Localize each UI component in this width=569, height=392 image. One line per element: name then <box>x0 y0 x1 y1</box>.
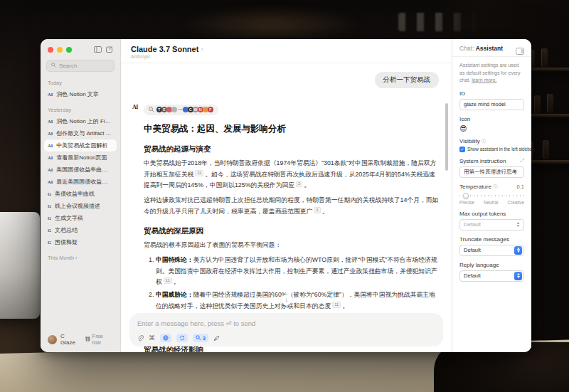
sidebar-section-label: Today <box>48 80 113 86</box>
truncate-select[interactable]: Default <box>459 245 524 256</box>
claude-icon: AI <box>48 92 53 97</box>
source-favicon[interactable]: ⋯ <box>178 107 183 112</box>
expand-icon[interactable]: ⤢ <box>520 158 524 164</box>
checkbox-checked-icon[interactable]: ✓ <box>459 147 465 152</box>
quill-icon[interactable] <box>213 335 220 341</box>
trial-badge[interactable]: 🎁Free trial <box>85 333 113 346</box>
sidebar-item[interactable]: G文档总结 <box>44 224 117 236</box>
gift-icon: 🎁 <box>85 337 91 342</box>
citation-badge[interactable]: 1 <box>314 207 320 213</box>
close-button[interactable] <box>48 47 53 53</box>
claude-icon: AI <box>48 119 53 124</box>
slider-thumb[interactable] <box>463 193 469 198</box>
sidebar-item-label: 文档总结 <box>55 226 78 234</box>
model-selector[interactable]: Claude 3.7 Sonnet › <box>131 45 442 53</box>
sidebar-item-label: 国债释疑 <box>55 238 78 246</box>
reply-language-select[interactable]: Default <box>459 270 524 282</box>
toggle-right-panel-icon[interactable] <box>516 45 524 58</box>
claude-icon: AI <box>48 155 53 160</box>
minimize-button[interactable] <box>57 47 63 53</box>
visibility-label: Visibilityⓘ <box>459 138 524 144</box>
reply-language-label: Reply language <box>459 262 524 268</box>
citation-badge[interactable]: 2 <box>296 181 302 187</box>
sidebar-section-this-month[interactable]: This Month › <box>48 255 113 261</box>
claude-icon: AI <box>48 131 53 136</box>
zoom-button[interactable] <box>66 47 72 53</box>
select-arrows-icon <box>514 272 522 280</box>
sidebar-item[interactable]: G线上会议视频描述 <box>44 200 117 212</box>
main-chat-area: Claude 3.7 Sonnet › Anthropic 分析一下贸易战 AI… <box>121 39 452 352</box>
citation-badge[interactable]: 11 <box>164 277 172 284</box>
scrollbar-thumb[interactable] <box>445 103 448 171</box>
assistant-emoji-icon[interactable]: 😎 <box>459 125 524 132</box>
info-icon: ⓘ <box>493 184 498 190</box>
sidebar-item-label: 生成文字稿 <box>55 214 83 222</box>
composer-placeholder: Enter a message here, press ⏎ to send <box>137 319 435 327</box>
sidebar-item[interactable]: AI润色 Notion 上的 Fia 文章 <box>44 115 117 127</box>
search-placeholder: Search <box>59 63 77 69</box>
max-tokens-stepper[interactable]: Default ▲▼ <box>459 219 524 231</box>
stepper-arrows-icon[interactable]: ▲▼ <box>516 222 520 227</box>
sidebar-item[interactable]: G国债释疑 <box>44 236 117 248</box>
select-arrows-icon <box>514 246 522 255</box>
source-favicon[interactable] <box>171 107 177 112</box>
attach-icon[interactable] <box>137 335 144 341</box>
learn-more-link[interactable]: learn more. <box>472 78 496 83</box>
espresso-machine <box>0 212 40 319</box>
user-message-bubble: 分析一下贸易战 <box>375 72 440 88</box>
web-sources-chip[interactable]: TE⋯CWUF <box>144 105 218 115</box>
claude-icon: AI <box>48 179 53 184</box>
model-provider: Anthropic <box>131 54 442 59</box>
message-title: 中美贸易战：起因、发展与影响分析 <box>144 123 440 135</box>
bottle <box>543 140 549 159</box>
list-item: 中国特殊论：美方认为中国违背了以开放和市场为核心的WTO原则，批评“中国模式”不… <box>156 255 440 288</box>
gemini-icon: G <box>48 216 51 221</box>
avatar[interactable] <box>48 335 57 344</box>
sidebar-item-label: 中美贸易战全面解析 <box>56 142 107 149</box>
slider-ticks <box>459 195 524 196</box>
extended-thinking-toggle[interactable] <box>176 334 188 342</box>
source-favicon[interactable]: F <box>208 107 213 112</box>
sidebar-item[interactable]: AI创作散文与 Artifact 展示 <box>44 127 117 139</box>
temperature-value: 0.1 <box>517 184 524 190</box>
claude-icon: AI <box>48 167 53 172</box>
search-icon <box>51 63 56 69</box>
new-chat-icon[interactable] <box>106 46 113 53</box>
citation-badge[interactable]: 11 <box>332 302 341 308</box>
sidebar-item[interactable]: G生成文字稿 <box>44 212 117 224</box>
sidebar-item[interactable]: G美债收益率曲线 <box>44 188 117 200</box>
chevron-down-icon: › <box>201 46 203 53</box>
sidebar-item[interactable]: AI中美贸易战全面解析 <box>44 139 117 152</box>
temperature-label-row: Temperatureⓘ 0.1 <box>459 184 524 190</box>
bar-light-glow <box>178 7 363 43</box>
gemini-icon: G <box>48 240 51 245</box>
temperature-scale-labels: Precise Neutral Creative <box>459 200 524 205</box>
id-input[interactable]: glaze mind model <box>459 99 524 110</box>
gemini-icon: G <box>48 203 51 208</box>
scroll-to-bottom-button[interactable]: ↓ <box>281 295 292 305</box>
search-count-badge[interactable]: 3 <box>193 334 208 342</box>
sidebar: Search TodayAI润色 Notion 文章YesterdayAI润色 … <box>41 39 121 352</box>
chat-scroll-area[interactable]: 分析一下贸易战 AI TE⋯CWUF 中美贸易战：起因、发展与影响分析 贸易战的… <box>121 63 452 352</box>
paragraph: 这种边缘政策对抗已远超特朗普上次担任总统期间的程度，特朗普第一任期内的关税战持续… <box>144 195 440 217</box>
web-search-toggle[interactable] <box>160 334 171 342</box>
temperature-slider[interactable] <box>459 192 524 199</box>
search-input[interactable]: Search <box>46 60 115 72</box>
sidebar-item[interactable]: AI查看最新Notion页面 <box>44 152 117 164</box>
command-icon[interactable]: ⌘ <box>149 334 155 341</box>
paragraph: 贸易战的根本原因超出了表面的贸易不平衡问题： <box>144 240 440 251</box>
sidebar-item[interactable]: AI美国国债收益率曲线分析 <box>44 164 117 176</box>
id-label: ID <box>459 90 524 97</box>
sidebar-item[interactable]: AI润色 Notion 文章 <box>44 88 117 100</box>
system-instruction-input[interactable]: 用第一性原理进行思考 <box>459 166 524 178</box>
message-composer[interactable]: Enter a message here, press ⏎ to send ⌘ … <box>129 313 443 346</box>
visibility-checkbox-row[interactable]: ✓ Show assistant in the left sidebar <box>459 147 524 152</box>
toggle-sidebar-icon[interactable] <box>94 46 102 53</box>
sidebar-item-label: 润色 Notion 上的 Fia 文章 <box>56 117 113 125</box>
sidebar-section-label: Yesterday <box>48 107 113 113</box>
chat-header: Claude 3.7 Sonnet › Anthropic <box>121 39 452 63</box>
section-heading: 贸易战的深层原因 <box>144 226 440 236</box>
sidebar-item[interactable]: AI最近美国国债收益率曲线检... <box>44 176 117 188</box>
citation-badge[interactable]: 11 <box>195 170 203 176</box>
sidebar-item-label: 线上会议视频描述 <box>55 202 100 210</box>
